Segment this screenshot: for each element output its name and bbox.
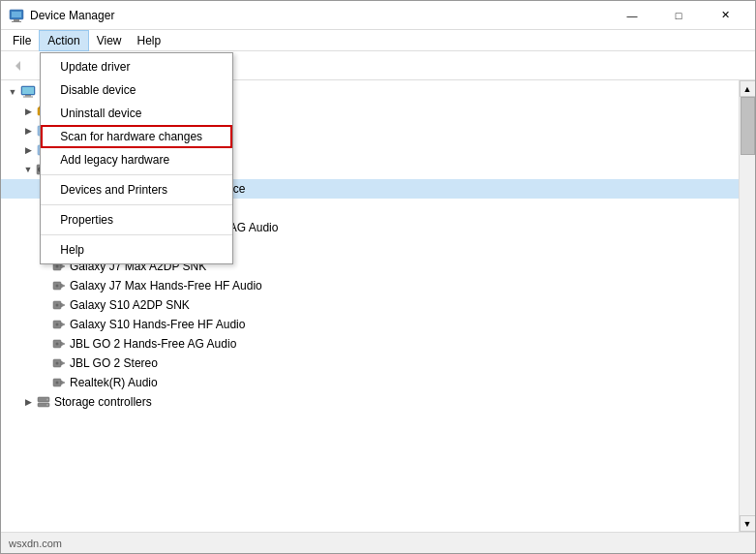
tree-item-galaxy-s10-snk[interactable]: ▶ Galaxy S10 A2DP SNK: [1, 295, 739, 315]
svg-rect-9: [25, 95, 31, 97]
dropdown-scan-hardware[interactable]: Scan for hardware changes: [41, 125, 232, 148]
expand-software-components: ▶: [20, 123, 36, 138]
jbl-go2-stereo-icon: [51, 355, 67, 371]
dropdown-uninstall-device[interactable]: Uninstall device: [41, 102, 232, 125]
tree-label-jbl-go2-hf: JBL GO 2 Hands-Free AG Audio: [70, 337, 236, 351]
window-title: Device Manager: [30, 9, 610, 22]
realtek-icon: [51, 375, 67, 390]
scroll-up-button[interactable]: ▲: [740, 80, 756, 97]
svg-marker-50: [61, 303, 65, 307]
computer-icon: [20, 84, 36, 100]
tree-item-storage-controllers[interactable]: ▶ Storage controllers: [1, 392, 739, 412]
svg-marker-56: [61, 342, 65, 346]
tree-item-realtek[interactable]: ▶ Realtek(R) Audio: [1, 373, 739, 392]
maximize-button[interactable]: □: [656, 2, 701, 29]
window-controls: — □ ✕: [610, 2, 747, 29]
scroll-thumb[interactable]: [741, 97, 755, 155]
svg-point-45: [56, 265, 59, 268]
tree-item-galaxy-s10-hf[interactable]: ▶ Galaxy S10 Hands-Free HF Audio: [1, 315, 739, 334]
menu-file[interactable]: File: [5, 30, 39, 51]
svg-marker-44: [61, 264, 65, 268]
dropdown-properties[interactable]: Properties: [41, 208, 232, 231]
svg-rect-8: [22, 87, 34, 94]
dropdown-devices-printers[interactable]: Devices and Printers: [41, 178, 232, 201]
svg-marker-47: [61, 284, 65, 288]
tree-item-jbl-go2-stereo[interactable]: ▶ JBL GO 2 Stereo: [1, 354, 739, 373]
close-button[interactable]: ✕: [703, 2, 747, 29]
device-manager-window: Device Manager — □ ✕ File Action Update …: [0, 0, 756, 554]
tree-label-galaxy-s10-snk: Galaxy S10 A2DP SNK: [70, 298, 190, 312]
svg-rect-1: [12, 12, 21, 17]
menu-bar: File Action Update driver Disable device…: [1, 30, 755, 51]
vertical-scrollbar[interactable]: ▲ ▼: [739, 80, 755, 532]
separator-2: [41, 204, 232, 205]
svg-point-63: [56, 382, 59, 385]
back-button[interactable]: [5, 53, 32, 78]
svg-marker-62: [61, 381, 65, 385]
expand-computer: ▼: [5, 84, 20, 100]
dropdown-disable-device[interactable]: Disable device: [41, 78, 232, 102]
svg-point-57: [56, 343, 59, 346]
expand-sound-video: ▼: [20, 162, 36, 177]
status-text: wsxdn.com: [9, 538, 62, 549]
tree-label-storage-controllers: Storage controllers: [54, 395, 152, 409]
status-bar: wsxdn.com: [1, 532, 755, 553]
dropdown-add-legacy[interactable]: Add legacy hardware: [41, 148, 232, 171]
minimize-button[interactable]: —: [610, 2, 654, 29]
tree-item-jbl-go2-hf[interactable]: ▶ JBL GO 2 Hands-Free AG Audio: [1, 334, 739, 354]
menu-help[interactable]: Help: [130, 30, 169, 51]
expand-software-devices: ▶: [20, 142, 36, 158]
menu-action[interactable]: Action Update driver Disable device Unin…: [39, 30, 88, 51]
galaxy-s10-hf-icon: [51, 317, 67, 332]
jbl-go2-hf-icon: [51, 336, 67, 352]
svg-point-48: [56, 285, 59, 288]
galaxy-j7-hf-icon: [51, 278, 67, 293]
svg-point-66: [46, 399, 48, 401]
tree-label-galaxy-j7-hf: Galaxy J7 Max Hands-Free HF Audio: [70, 279, 262, 292]
tree-label-galaxy-s10-hf: Galaxy S10 Hands-Free HF Audio: [70, 318, 245, 331]
svg-marker-4: [15, 61, 20, 71]
dropdown-help[interactable]: Help: [41, 238, 232, 262]
storage-controllers-icon: [36, 394, 51, 410]
title-bar: Device Manager — □ ✕: [1, 1, 755, 30]
svg-rect-3: [12, 21, 21, 22]
separator-3: [41, 234, 232, 235]
separator-1: [41, 174, 232, 175]
svg-point-51: [56, 304, 59, 307]
action-dropdown-menu: Update driver Disable device Uninstall d…: [40, 52, 233, 264]
svg-point-67: [46, 404, 48, 406]
menu-view[interactable]: View: [89, 30, 130, 51]
svg-marker-59: [61, 361, 65, 365]
scroll-down-button[interactable]: ▼: [740, 515, 756, 532]
tree-label-jbl-go2-stereo: JBL GO 2 Stereo: [70, 356, 158, 370]
scroll-track[interactable]: [740, 97, 755, 515]
dropdown-update-driver[interactable]: Update driver: [41, 55, 232, 78]
svg-rect-10: [23, 97, 33, 98]
svg-point-60: [56, 362, 59, 365]
galaxy-s10-snk-icon: [51, 297, 67, 313]
expand-security: ▶: [20, 104, 36, 119]
expand-storage-controllers: ▶: [20, 394, 36, 410]
svg-point-54: [56, 323, 59, 326]
svg-marker-53: [61, 323, 65, 326]
tree-item-galaxy-j7-hf[interactable]: ▶ Galaxy J7 Max Hands-Free HF Audio: [1, 276, 739, 295]
tree-label-realtek: Realtek(R) Audio: [70, 376, 158, 389]
app-icon: [9, 8, 24, 23]
svg-rect-2: [14, 19, 19, 21]
